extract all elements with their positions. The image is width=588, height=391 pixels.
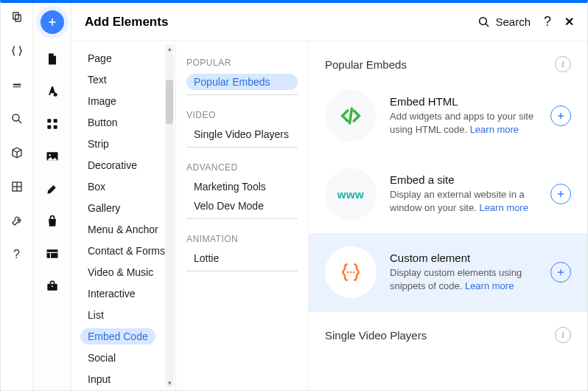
subcategory-heading: ADVANCED (186, 162, 298, 173)
section-title: Single Video Players (325, 329, 427, 342)
element-card[interactable]: Custom elementDisplay custom elements us… (309, 233, 587, 311)
element-cards: Popular EmbedsiEmbed HTMLAdd widgets and… (309, 41, 587, 390)
category-item[interactable]: Page (80, 50, 119, 66)
search-button[interactable]: Search (477, 15, 531, 29)
svg-point-31 (350, 271, 352, 274)
svg-point-17 (49, 154, 51, 156)
learn-more-link[interactable]: Learn more (465, 280, 514, 291)
info-icon[interactable]: i (555, 327, 571, 343)
svg-rect-12 (47, 119, 51, 122)
add-card-button[interactable] (550, 262, 571, 283)
card-title: Embed HTML (390, 95, 537, 108)
subcategory-heading: POPULAR (186, 58, 298, 68)
image-icon[interactable] (45, 149, 60, 164)
help-icon[interactable]: ? (13, 248, 20, 261)
subcategory-list: POPULARPopular EmbedsVIDEOSingle Video P… (176, 41, 309, 390)
card-body: Embed a siteDisplay an external website … (390, 173, 537, 214)
svg-rect-0 (13, 13, 18, 19)
category-item[interactable]: Strip (80, 136, 116, 152)
category-item[interactable]: Social (80, 350, 123, 366)
svg-point-4 (13, 114, 19, 121)
svg-rect-15 (53, 125, 57, 129)
category-item[interactable]: List (80, 307, 111, 323)
category-list: PageTextImageButtonStripDecorativeBoxGal… (71, 41, 176, 390)
cube-icon[interactable] (10, 146, 24, 162)
scroll-down-arrow-icon[interactable]: ▾ (165, 378, 174, 387)
subcategory-group: POPULARPopular Embeds (186, 58, 298, 95)
category-item[interactable]: Box (80, 179, 113, 195)
info-icon[interactable]: i (555, 56, 571, 72)
svg-rect-14 (47, 125, 51, 129)
svg-rect-18 (46, 249, 57, 258)
element-card[interactable]: Embed HTMLAdd widgets and apps to your s… (309, 77, 587, 155)
add-button[interactable] (41, 10, 64, 34)
category-item[interactable]: Button (80, 114, 125, 131)
divider (186, 147, 298, 148)
help-button[interactable]: ? (544, 14, 551, 30)
cards-section-header: Popular Embedsi (309, 41, 587, 77)
add-card-button[interactable] (550, 184, 571, 204)
panel-title: Add Elements (85, 15, 168, 30)
category-item[interactable]: Contact & Forms (80, 243, 172, 259)
element-card[interactable]: wwwEmbed a siteDisplay an external websi… (309, 155, 587, 233)
subcategory-group: ADVANCEDMarketing ToolsVelo Dev Mode (186, 162, 298, 219)
divider (186, 271, 298, 271)
subcategory-heading: VIDEO (186, 110, 298, 120)
category-item[interactable]: Video & Music (80, 264, 161, 280)
card-description: Display an external website in a window … (390, 188, 537, 214)
close-button[interactable]: ✕ (564, 15, 574, 29)
category-item[interactable]: Gallery (80, 200, 127, 216)
style-icon[interactable] (10, 78, 24, 94)
text-style-icon[interactable] (45, 84, 60, 99)
subcategory-item[interactable]: Popular Embeds (186, 74, 298, 90)
page-icon[interactable] (45, 52, 60, 66)
search-icon[interactable] (10, 112, 24, 128)
card-body: Custom elementDisplay custom elements us… (390, 252, 537, 292)
bag-icon[interactable] (45, 214, 60, 229)
card-title: Custom element (390, 252, 537, 264)
category-item[interactable]: Decorative (80, 157, 144, 173)
learn-more-link[interactable]: Learn more (479, 202, 528, 213)
card-title: Embed a site (390, 173, 537, 186)
card-body: Embed HTMLAdd widgets and apps to your s… (390, 95, 537, 136)
braces-icon[interactable] (10, 44, 24, 60)
add-elements-panel: Add Elements Search ? ✕ PageTextImageBut… (71, 3, 587, 390)
briefcase-icon[interactable] (45, 279, 60, 294)
search-label: Search (495, 15, 531, 28)
category-item[interactable]: Embed Code (80, 328, 155, 345)
subcategory-item[interactable]: Velo Dev Mode (186, 198, 298, 214)
svg-line-24 (486, 24, 489, 27)
category-item[interactable]: Image (80, 93, 124, 109)
divider (186, 94, 298, 95)
svg-point-30 (347, 271, 349, 274)
category-item[interactable]: Text (80, 72, 114, 88)
svg-line-25 (350, 108, 352, 123)
scrollbar[interactable]: ▴ ▾ (165, 44, 174, 387)
svg-point-32 (353, 271, 355, 274)
subcategory-item[interactable]: Marketing Tools (186, 179, 298, 195)
subcategory-item[interactable]: Lottie (186, 250, 298, 266)
search-icon (477, 15, 491, 29)
category-item[interactable]: Interactive (80, 286, 143, 302)
pen-icon[interactable] (45, 181, 60, 196)
subcategory-group: VIDEOSingle Video Players (186, 110, 298, 148)
category-item[interactable]: Input (80, 371, 118, 387)
learn-more-link[interactable]: Learn more (470, 124, 519, 135)
layers-icon[interactable] (10, 10, 24, 27)
subcategory-item[interactable]: Single Video Players (186, 126, 298, 142)
table-icon[interactable] (45, 246, 60, 261)
svg-rect-2 (13, 84, 21, 86)
grid-icon[interactable] (10, 180, 24, 196)
add-card-button[interactable] (550, 105, 571, 126)
category-item[interactable]: Menu & Anchor (80, 221, 166, 238)
wrench-icon[interactable] (10, 214, 24, 230)
svg-point-23 (480, 17, 487, 24)
scroll-thumb[interactable] (166, 80, 173, 124)
apps-icon[interactable] (45, 117, 60, 131)
element-rail (33, 3, 71, 390)
scroll-up-arrow-icon[interactable]: ▴ (165, 44, 174, 53)
cards-section-header: Single Video Playersi (309, 312, 587, 347)
panel-header: Add Elements Search ? ✕ (71, 3, 587, 41)
divider (186, 218, 298, 219)
svg-rect-21 (47, 284, 57, 291)
